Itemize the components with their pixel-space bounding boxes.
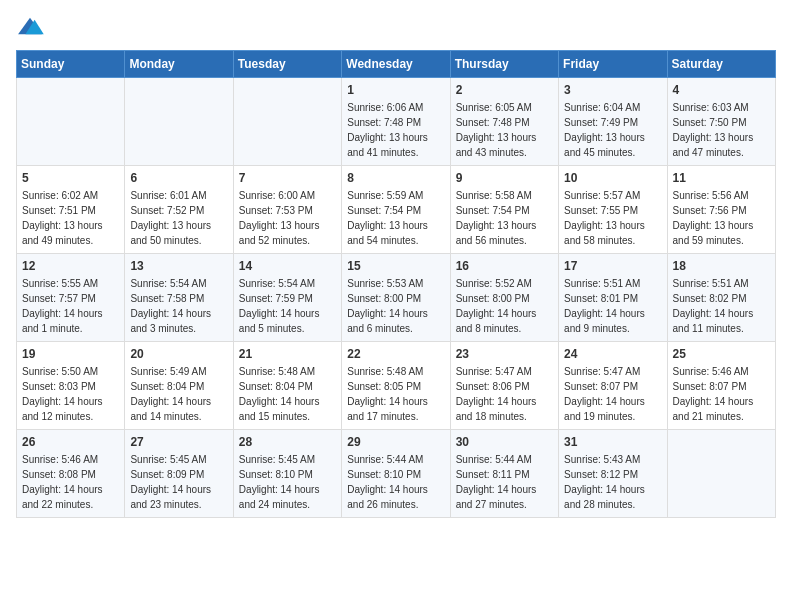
calendar-cell: 4Sunrise: 6:03 AMSunset: 7:50 PMDaylight… xyxy=(667,78,775,166)
cell-content: Sunrise: 5:50 AMSunset: 8:03 PMDaylight:… xyxy=(22,364,119,424)
day-number: 5 xyxy=(22,171,119,185)
calendar-cell xyxy=(125,78,233,166)
cell-content: Sunrise: 5:43 AMSunset: 8:12 PMDaylight:… xyxy=(564,452,661,512)
cell-content: Sunrise: 5:59 AMSunset: 7:54 PMDaylight:… xyxy=(347,188,444,248)
cell-content: Sunrise: 5:56 AMSunset: 7:56 PMDaylight:… xyxy=(673,188,770,248)
header-tuesday: Tuesday xyxy=(233,51,341,78)
day-number: 19 xyxy=(22,347,119,361)
calendar-cell: 7Sunrise: 6:00 AMSunset: 7:53 PMDaylight… xyxy=(233,166,341,254)
day-number: 7 xyxy=(239,171,336,185)
header-row: SundayMondayTuesdayWednesdayThursdayFrid… xyxy=(17,51,776,78)
calendar-cell: 27Sunrise: 5:45 AMSunset: 8:09 PMDayligh… xyxy=(125,430,233,518)
day-number: 17 xyxy=(564,259,661,273)
calendar-cell: 11Sunrise: 5:56 AMSunset: 7:56 PMDayligh… xyxy=(667,166,775,254)
cell-content: Sunrise: 5:46 AMSunset: 8:07 PMDaylight:… xyxy=(673,364,770,424)
day-number: 9 xyxy=(456,171,553,185)
cell-content: Sunrise: 6:06 AMSunset: 7:48 PMDaylight:… xyxy=(347,100,444,160)
cell-content: Sunrise: 6:05 AMSunset: 7:48 PMDaylight:… xyxy=(456,100,553,160)
page-header xyxy=(16,16,776,38)
cell-content: Sunrise: 6:00 AMSunset: 7:53 PMDaylight:… xyxy=(239,188,336,248)
day-number: 26 xyxy=(22,435,119,449)
week-row-3: 19Sunrise: 5:50 AMSunset: 8:03 PMDayligh… xyxy=(17,342,776,430)
calendar-cell: 10Sunrise: 5:57 AMSunset: 7:55 PMDayligh… xyxy=(559,166,667,254)
calendar-cell: 3Sunrise: 6:04 AMSunset: 7:49 PMDaylight… xyxy=(559,78,667,166)
day-number: 23 xyxy=(456,347,553,361)
calendar-cell: 25Sunrise: 5:46 AMSunset: 8:07 PMDayligh… xyxy=(667,342,775,430)
cell-content: Sunrise: 5:48 AMSunset: 8:05 PMDaylight:… xyxy=(347,364,444,424)
cell-content: Sunrise: 5:44 AMSunset: 8:10 PMDaylight:… xyxy=(347,452,444,512)
calendar-cell: 21Sunrise: 5:48 AMSunset: 8:04 PMDayligh… xyxy=(233,342,341,430)
calendar-cell: 6Sunrise: 6:01 AMSunset: 7:52 PMDaylight… xyxy=(125,166,233,254)
day-number: 18 xyxy=(673,259,770,273)
calendar-cell: 23Sunrise: 5:47 AMSunset: 8:06 PMDayligh… xyxy=(450,342,558,430)
calendar-cell: 28Sunrise: 5:45 AMSunset: 8:10 PMDayligh… xyxy=(233,430,341,518)
day-number: 8 xyxy=(347,171,444,185)
cell-content: Sunrise: 5:54 AMSunset: 7:58 PMDaylight:… xyxy=(130,276,227,336)
calendar-cell: 16Sunrise: 5:52 AMSunset: 8:00 PMDayligh… xyxy=(450,254,558,342)
cell-content: Sunrise: 5:51 AMSunset: 8:02 PMDaylight:… xyxy=(673,276,770,336)
week-row-0: 1Sunrise: 6:06 AMSunset: 7:48 PMDaylight… xyxy=(17,78,776,166)
calendar-cell: 20Sunrise: 5:49 AMSunset: 8:04 PMDayligh… xyxy=(125,342,233,430)
calendar-header: SundayMondayTuesdayWednesdayThursdayFrid… xyxy=(17,51,776,78)
day-number: 4 xyxy=(673,83,770,97)
logo xyxy=(16,16,48,38)
calendar-cell: 22Sunrise: 5:48 AMSunset: 8:05 PMDayligh… xyxy=(342,342,450,430)
calendar-cell xyxy=(667,430,775,518)
calendar-cell: 15Sunrise: 5:53 AMSunset: 8:00 PMDayligh… xyxy=(342,254,450,342)
cell-content: Sunrise: 5:55 AMSunset: 7:57 PMDaylight:… xyxy=(22,276,119,336)
day-number: 29 xyxy=(347,435,444,449)
calendar-table: SundayMondayTuesdayWednesdayThursdayFrid… xyxy=(16,50,776,518)
calendar-cell: 26Sunrise: 5:46 AMSunset: 8:08 PMDayligh… xyxy=(17,430,125,518)
day-number: 20 xyxy=(130,347,227,361)
cell-content: Sunrise: 6:04 AMSunset: 7:49 PMDaylight:… xyxy=(564,100,661,160)
cell-content: Sunrise: 6:02 AMSunset: 7:51 PMDaylight:… xyxy=(22,188,119,248)
cell-content: Sunrise: 5:46 AMSunset: 8:08 PMDaylight:… xyxy=(22,452,119,512)
cell-content: Sunrise: 6:01 AMSunset: 7:52 PMDaylight:… xyxy=(130,188,227,248)
calendar-cell: 2Sunrise: 6:05 AMSunset: 7:48 PMDaylight… xyxy=(450,78,558,166)
day-number: 10 xyxy=(564,171,661,185)
day-number: 11 xyxy=(673,171,770,185)
cell-content: Sunrise: 6:03 AMSunset: 7:50 PMDaylight:… xyxy=(673,100,770,160)
day-number: 21 xyxy=(239,347,336,361)
calendar-cell: 17Sunrise: 5:51 AMSunset: 8:01 PMDayligh… xyxy=(559,254,667,342)
cell-content: Sunrise: 5:49 AMSunset: 8:04 PMDaylight:… xyxy=(130,364,227,424)
day-number: 25 xyxy=(673,347,770,361)
cell-content: Sunrise: 5:45 AMSunset: 8:09 PMDaylight:… xyxy=(130,452,227,512)
day-number: 27 xyxy=(130,435,227,449)
header-monday: Monday xyxy=(125,51,233,78)
calendar-cell: 8Sunrise: 5:59 AMSunset: 7:54 PMDaylight… xyxy=(342,166,450,254)
day-number: 16 xyxy=(456,259,553,273)
day-number: 12 xyxy=(22,259,119,273)
cell-content: Sunrise: 5:47 AMSunset: 8:06 PMDaylight:… xyxy=(456,364,553,424)
calendar-cell: 1Sunrise: 6:06 AMSunset: 7:48 PMDaylight… xyxy=(342,78,450,166)
header-thursday: Thursday xyxy=(450,51,558,78)
calendar-cell: 13Sunrise: 5:54 AMSunset: 7:58 PMDayligh… xyxy=(125,254,233,342)
cell-content: Sunrise: 5:51 AMSunset: 8:01 PMDaylight:… xyxy=(564,276,661,336)
header-wednesday: Wednesday xyxy=(342,51,450,78)
cell-content: Sunrise: 5:58 AMSunset: 7:54 PMDaylight:… xyxy=(456,188,553,248)
day-number: 13 xyxy=(130,259,227,273)
cell-content: Sunrise: 5:53 AMSunset: 8:00 PMDaylight:… xyxy=(347,276,444,336)
day-number: 1 xyxy=(347,83,444,97)
cell-content: Sunrise: 5:45 AMSunset: 8:10 PMDaylight:… xyxy=(239,452,336,512)
logo-icon xyxy=(16,16,44,38)
day-number: 24 xyxy=(564,347,661,361)
calendar-cell: 12Sunrise: 5:55 AMSunset: 7:57 PMDayligh… xyxy=(17,254,125,342)
calendar-cell: 18Sunrise: 5:51 AMSunset: 8:02 PMDayligh… xyxy=(667,254,775,342)
week-row-4: 26Sunrise: 5:46 AMSunset: 8:08 PMDayligh… xyxy=(17,430,776,518)
day-number: 6 xyxy=(130,171,227,185)
cell-content: Sunrise: 5:44 AMSunset: 8:11 PMDaylight:… xyxy=(456,452,553,512)
cell-content: Sunrise: 5:54 AMSunset: 7:59 PMDaylight:… xyxy=(239,276,336,336)
calendar-cell: 24Sunrise: 5:47 AMSunset: 8:07 PMDayligh… xyxy=(559,342,667,430)
calendar-cell: 31Sunrise: 5:43 AMSunset: 8:12 PMDayligh… xyxy=(559,430,667,518)
cell-content: Sunrise: 5:52 AMSunset: 8:00 PMDaylight:… xyxy=(456,276,553,336)
day-number: 28 xyxy=(239,435,336,449)
day-number: 15 xyxy=(347,259,444,273)
header-sunday: Sunday xyxy=(17,51,125,78)
header-friday: Friday xyxy=(559,51,667,78)
cell-content: Sunrise: 5:48 AMSunset: 8:04 PMDaylight:… xyxy=(239,364,336,424)
day-number: 22 xyxy=(347,347,444,361)
week-row-1: 5Sunrise: 6:02 AMSunset: 7:51 PMDaylight… xyxy=(17,166,776,254)
cell-content: Sunrise: 5:57 AMSunset: 7:55 PMDaylight:… xyxy=(564,188,661,248)
day-number: 30 xyxy=(456,435,553,449)
